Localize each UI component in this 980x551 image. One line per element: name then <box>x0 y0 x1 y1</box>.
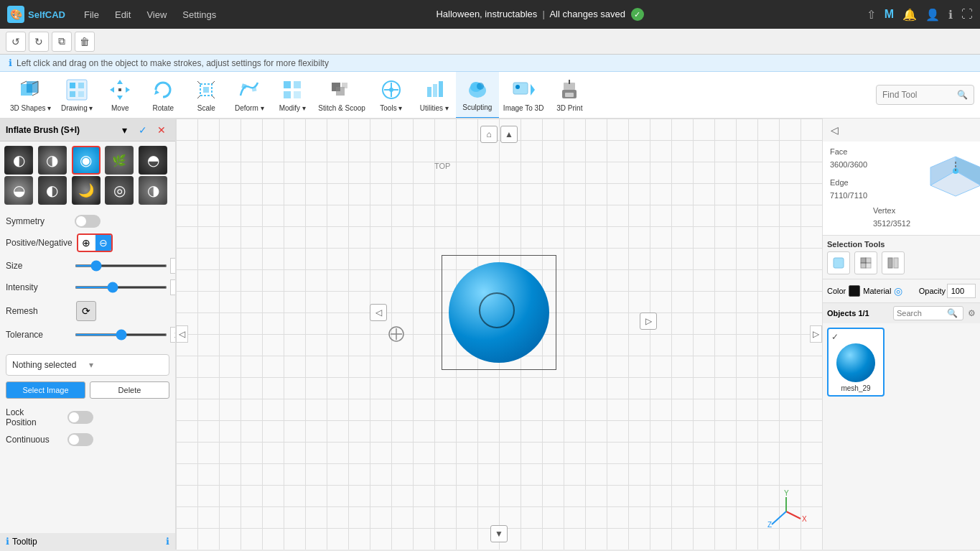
remesh-button[interactable]: ⟳ <box>76 301 96 321</box>
tolerance-input[interactable] <box>170 327 176 343</box>
select-image-button[interactable]: Select Image <box>6 381 85 399</box>
svg-marker-16 <box>154 90 159 95</box>
nav-down-btn[interactable]: ▼ <box>490 525 508 542</box>
nav-up-btn[interactable]: ▲ <box>500 126 518 143</box>
content-area: Inflate Brush (S+I) ▾ ✓ ✕ ◐ ◑ ◉ 🌿 ◓ ◒ ◐ … <box>0 119 980 550</box>
brush-item-8[interactable]: 🌙 <box>72 176 101 205</box>
intensity-slider[interactable] <box>75 286 167 289</box>
menu-file[interactable]: File <box>80 9 103 20</box>
fullscreen-icon[interactable]: ⛶ <box>961 8 973 21</box>
sphere-object[interactable] <box>449 262 549 363</box>
geo-3d-box <box>916 146 980 210</box>
objects-search-input[interactable] <box>897 309 947 318</box>
menu-view[interactable]: View <box>142 9 171 20</box>
brush-item-3[interactable]: ◉ <box>72 146 101 175</box>
tool-image-to-3d[interactable]: Image To 3D <box>499 72 549 119</box>
objects-search[interactable]: 🔍 <box>893 306 963 320</box>
continuous-toggle[interactable] <box>67 433 93 446</box>
lock-position-toggle[interactable] <box>67 411 93 424</box>
m-icon[interactable]: M <box>885 8 894 21</box>
tool-tools[interactable]: Tools ▾ <box>370 72 413 119</box>
app-logo[interactable]: 🎨 SelfCAD <box>7 6 65 23</box>
menu-settings[interactable]: Settings <box>178 9 220 20</box>
objects-settings-icon[interactable]: ⚙ <box>968 308 976 318</box>
brush-item-10[interactable]: ◑ <box>139 176 167 205</box>
svg-line-2 <box>21 81 27 84</box>
copy-button[interactable]: ⧉ <box>52 32 72 52</box>
delete-button-image[interactable]: Delete <box>90 381 169 399</box>
tool-drawing[interactable]: Drawing ▾ <box>55 72 98 119</box>
size-slider[interactable] <box>75 264 167 267</box>
tolerance-slider[interactable] <box>75 333 167 336</box>
nav-left-btn[interactable]: ◁ <box>370 304 387 321</box>
delete-button[interactable]: 🗑 <box>75 32 95 52</box>
tool-move[interactable]: Move <box>98 72 141 119</box>
view-label: TOP <box>434 162 450 170</box>
symmetry-row: Symmetry <box>6 215 169 228</box>
nav-home-btn[interactable]: ⌂ <box>480 126 498 143</box>
canvas-area[interactable]: ◁ ▷ ⌂ ▲ ◁ ▷ ▼ TOP <box>176 119 822 550</box>
negative-btn[interactable]: ⊖ <box>95 235 111 251</box>
menu-edit[interactable]: Edit <box>111 9 135 20</box>
tool-utilities[interactable]: Utilities ▾ <box>413 72 456 119</box>
brush-item-4[interactable]: 🌿 <box>105 146 134 175</box>
right-panel-collapse-btn[interactable]: ◁ <box>827 123 841 137</box>
tool-rotate[interactable]: Rotate <box>141 72 185 119</box>
svg-line-22 <box>212 96 215 98</box>
share-icon[interactable]: ⇧ <box>867 8 876 22</box>
svg-line-5 <box>32 93 38 96</box>
undo-button[interactable]: ↺ <box>6 32 26 52</box>
info-icon[interactable]: ℹ <box>948 8 953 22</box>
tool-sculpting[interactable]: Sculpting <box>456 72 499 119</box>
object-item-mesh29[interactable]: ✓ mesh_29 <box>827 328 885 397</box>
find-tool-input[interactable] <box>882 90 954 100</box>
tool-scale[interactable]: Scale <box>185 72 228 119</box>
sel-edge-icon[interactable] <box>854 251 877 274</box>
nothing-selected-dropdown[interactable]: Nothing selected ▾ <box>6 354 169 376</box>
redo-button[interactable]: ↻ <box>29 32 49 52</box>
sphere-selection-box <box>442 255 556 370</box>
svg-rect-65 <box>866 258 871 263</box>
tool-3d-print[interactable]: 3D Print <box>548 72 591 119</box>
sel-face-icon[interactable] <box>827 251 850 274</box>
svg-rect-7 <box>70 83 75 88</box>
sel-vertex-icon[interactable] <box>882 251 905 274</box>
brush-item-5[interactable]: ◓ <box>139 146 167 175</box>
opacity-input[interactable] <box>947 284 976 298</box>
brush-close-btn[interactable]: ✕ <box>154 122 169 138</box>
color-swatch[interactable] <box>849 285 860 297</box>
tooltip-help-icon[interactable]: ℹ <box>166 536 169 547</box>
brush-dropdown-btn[interactable]: ▾ <box>116 122 132 138</box>
main-toolbar: 3D Shapes ▾ Drawing ▾ Move <box>0 72 980 119</box>
material-icon[interactable]: ◎ <box>894 285 902 297</box>
positive-btn[interactable]: ⊕ <box>78 235 94 251</box>
undo-redo-toolbar: ↺ ↻ ⧉ 🗑 <box>0 29 980 55</box>
top-bar: 🎨 SelfCAD File Edit View Settings Hallow… <box>0 0 980 29</box>
tool-deform[interactable]: Deform ▾ <box>228 72 271 119</box>
tool-3d-shapes[interactable]: 3D Shapes ▾ <box>6 72 55 119</box>
svg-rect-28 <box>294 91 301 98</box>
objects-header: Objects 1/1 🔍 ⚙ <box>823 302 980 323</box>
brush-item-1[interactable]: ◐ <box>4 146 33 175</box>
continuous-label: Continuous <box>6 435 63 445</box>
brush-item-2[interactable]: ◑ <box>38 146 67 175</box>
tool-modify[interactable]: Modify ▾ <box>271 72 314 119</box>
find-tool-area[interactable]: 🔍 <box>876 85 974 105</box>
tool-stitch-scoop[interactable]: Stitch & Scoop <box>314 72 370 119</box>
user-icon[interactable]: 👤 <box>925 8 940 22</box>
sphere-container <box>442 255 556 370</box>
intensity-input[interactable] <box>170 279 176 295</box>
tool-modify-label: Modify ▾ <box>279 104 306 113</box>
canvas-right-arrow[interactable]: ▷ <box>810 325 822 343</box>
brush-item-7[interactable]: ◐ <box>38 176 67 205</box>
canvas-left-arrow[interactable]: ◁ <box>176 325 188 343</box>
size-input[interactable] <box>170 258 176 274</box>
nav-right-btn[interactable]: ▷ <box>640 312 657 330</box>
brush-item-9[interactable]: ◎ <box>105 176 134 205</box>
brush-item-6[interactable]: ◒ <box>4 176 33 205</box>
brush-check-btn[interactable]: ✓ <box>135 122 151 138</box>
objects-search-icon: 🔍 <box>947 308 958 318</box>
nav-right-inner: ▷ <box>640 312 657 330</box>
symmetry-toggle[interactable] <box>75 215 101 228</box>
bell-icon[interactable]: 🔔 <box>902 8 917 22</box>
